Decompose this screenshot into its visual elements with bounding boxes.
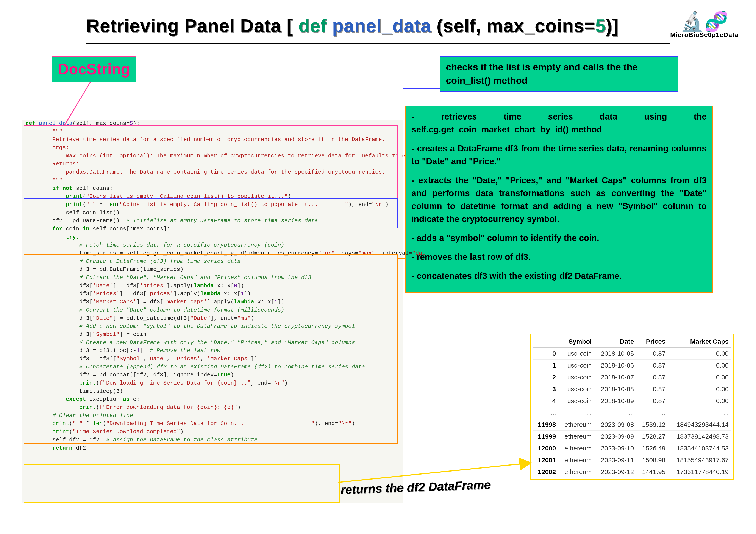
- table-cell: 0: [533, 347, 558, 360]
- brand-text: MicroBioSc0p1cData: [659, 31, 749, 38]
- df-h-symbol: Symbol: [558, 336, 594, 347]
- table-row: 0usd-coin2018-10-050.870.00: [533, 347, 731, 360]
- dataframe-table: Symbol Date Prices Market Caps 0usd-coin…: [533, 336, 731, 478]
- table-cell: 184943293444.14: [668, 419, 731, 431]
- loop-point-0: - retrieves time series data using the s…: [411, 110, 707, 136]
- title-num: 5: [595, 15, 606, 36]
- table-cell: ethereum: [558, 466, 594, 478]
- table-row: 12000ethereum2023-09-101526.491835441037…: [533, 443, 731, 454]
- df-h-date: Date: [594, 336, 636, 347]
- table-cell: ...: [533, 407, 558, 419]
- table-cell: 12002: [533, 466, 558, 478]
- table-cell: 11998: [533, 419, 558, 431]
- slide: Retrieving Panel Data [ def panel_data (…: [0, 0, 756, 534]
- table-row: ...............: [533, 407, 731, 419]
- highlight-box-check: [24, 198, 398, 228]
- table-cell: 1526.49: [636, 443, 668, 454]
- dataframe-output: Symbol Date Prices Market Caps 0usd-coin…: [530, 334, 734, 480]
- table-row: 4usd-coin2018-10-090.870.00: [533, 395, 731, 407]
- table-row: 12001ethereum2023-09-111508.981815549439…: [533, 454, 731, 466]
- df-h-prices: Prices: [636, 336, 668, 347]
- table-cell: 1: [533, 360, 558, 371]
- df-h-mcap: Market Caps: [668, 336, 731, 347]
- table-cell: ethereum: [558, 419, 594, 431]
- table-cell: 1508.98: [636, 454, 668, 466]
- microscope-icon: 🔬🧬: [659, 12, 749, 31]
- table-cell: 183544103744.53: [668, 443, 731, 454]
- table-cell: ...: [636, 407, 668, 419]
- table-cell: ethereum: [558, 443, 594, 454]
- table-cell: 1539.12: [636, 419, 668, 431]
- table-cell: 4: [533, 395, 558, 407]
- table-cell: 181554943917.67: [668, 454, 731, 466]
- table-cell: 0.87: [636, 347, 668, 360]
- table-cell: 2018-10-06: [594, 360, 636, 371]
- table-cell: ethereum: [558, 431, 594, 443]
- table-cell: 2023-09-09: [594, 431, 636, 443]
- table-cell: 0.87: [636, 371, 668, 383]
- table-cell: 1528.27: [636, 431, 668, 443]
- table-cell: 183739142498.73: [668, 431, 731, 443]
- table-cell: 12001: [533, 454, 558, 466]
- title-mid: (self, max_coins=: [431, 15, 595, 36]
- loop-point-3: - adds a "symbol" column to identify the…: [411, 232, 707, 244]
- callout-check-empty: checks if the list is empty and calls th…: [440, 56, 678, 91]
- table-row: 1usd-coin2018-10-060.870.00: [533, 360, 731, 371]
- table-cell: ...: [594, 407, 636, 419]
- table-cell: 0.00: [668, 360, 731, 371]
- title-funcname: panel_data: [332, 15, 431, 36]
- table-cell: 2023-09-08: [594, 419, 636, 431]
- table-cell: usd-coin: [558, 347, 594, 360]
- table-row: 12002ethereum2023-09-121441.951733117784…: [533, 466, 731, 478]
- table-cell: 2023-09-11: [594, 454, 636, 466]
- df-h-index: [533, 336, 558, 347]
- table-cell: 0.87: [636, 383, 668, 395]
- title-bar: Retrieving Panel Data [ def panel_data (…: [86, 15, 670, 44]
- table-cell: 3: [533, 383, 558, 395]
- table-cell: ...: [668, 407, 731, 419]
- table-row: 11999ethereum2023-09-091528.271837391424…: [533, 431, 731, 443]
- highlight-box-docstring: [24, 125, 398, 198]
- callout-docstring: DocString: [52, 56, 136, 82]
- svg-line-0: [65, 82, 91, 125]
- table-row: 2usd-coin2018-10-070.870.00: [533, 371, 731, 383]
- brand-logo: 🔬🧬 MicroBioSc0p1cData: [659, 12, 749, 38]
- table-row: 11998ethereum2023-09-081539.121849432934…: [533, 419, 731, 431]
- df-header-row: Symbol Date Prices Market Caps: [533, 336, 731, 347]
- table-cell: 2023-09-12: [594, 466, 636, 478]
- loop-point-4: - removes the last row of df3.: [411, 250, 707, 263]
- table-cell: usd-coin: [558, 383, 594, 395]
- loop-point-2: - extracts the "Date," "Prices," and "Ma…: [411, 174, 707, 225]
- table-cell: 0.00: [668, 395, 731, 407]
- table-cell: 0.00: [668, 383, 731, 395]
- table-cell: 0.87: [636, 360, 668, 371]
- table-cell: usd-coin: [558, 371, 594, 383]
- table-cell: 0.00: [668, 371, 731, 383]
- table-row: 3usd-coin2018-10-080.870.00: [533, 383, 731, 395]
- table-cell: 11999: [533, 431, 558, 443]
- loop-point-1: - creates a DataFrame df3 from the time …: [411, 142, 707, 168]
- callout-loop-description: - retrieves time series data using the s…: [405, 106, 713, 293]
- table-cell: 2018-10-08: [594, 383, 636, 395]
- table-cell: ...: [558, 407, 594, 419]
- table-cell: 173311778440.19: [668, 466, 731, 478]
- table-cell: usd-coin: [558, 360, 594, 371]
- loop-point-5: - concatenates df3 with the existing df2…: [411, 269, 707, 282]
- table-cell: 2018-10-07: [594, 371, 636, 383]
- title-text: Retrieving Panel Data [: [86, 15, 298, 36]
- title-def: def: [298, 15, 327, 36]
- table-cell: 2018-10-05: [594, 347, 636, 360]
- highlight-box-loop: [24, 254, 398, 444]
- title-suffix: )]: [606, 15, 618, 36]
- table-cell: 0.00: [668, 347, 731, 360]
- page-title: Retrieving Panel Data [ def panel_data (…: [86, 15, 618, 36]
- table-cell: 2018-10-09: [594, 395, 636, 407]
- table-cell: usd-coin: [558, 395, 594, 407]
- table-cell: 0.87: [636, 395, 668, 407]
- table-cell: 12000: [533, 443, 558, 454]
- table-cell: 1441.95: [636, 466, 668, 478]
- table-cell: ethereum: [558, 454, 594, 466]
- highlight-box-return: [24, 464, 339, 503]
- table-cell: 2023-09-10: [594, 443, 636, 454]
- table-cell: 2: [533, 371, 558, 383]
